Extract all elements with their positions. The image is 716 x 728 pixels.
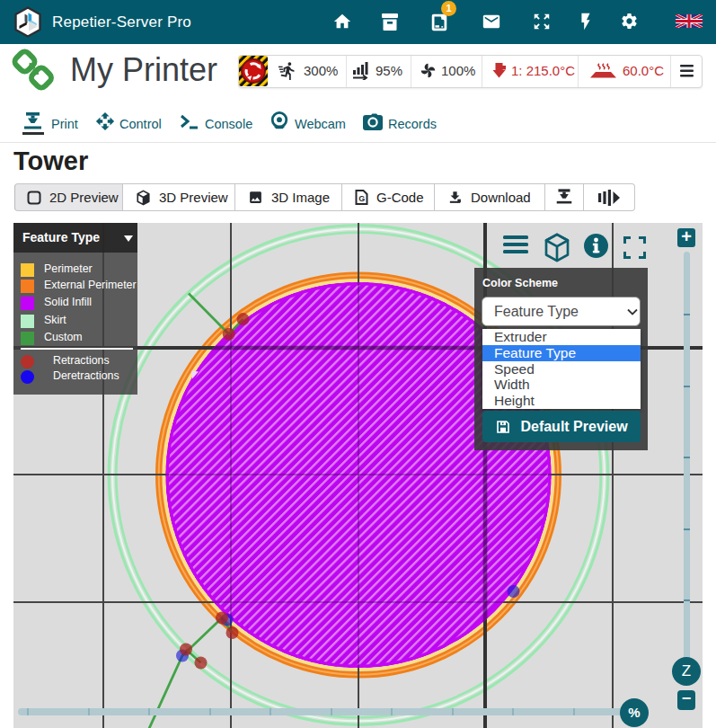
svg-text:G: G — [358, 194, 365, 203]
